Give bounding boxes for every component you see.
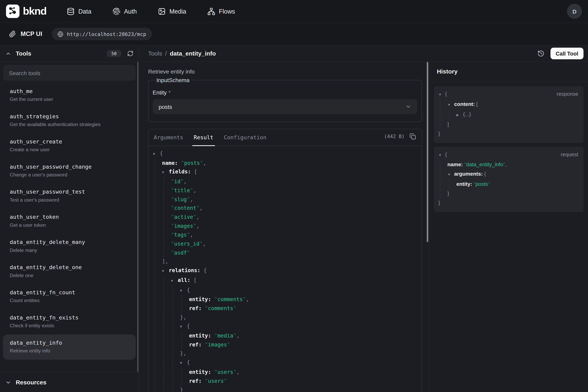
expand-icon[interactable]: ▶ — [456, 110, 463, 120]
mcp-ui-title: MCP UI — [20, 30, 42, 38]
call-tool-button[interactable]: Call Tool — [551, 48, 584, 59]
result-json-view: ▼{name: "posts",▼fields: ["id","title","… — [149, 146, 421, 392]
tab-arguments[interactable]: Arguments — [154, 129, 183, 146]
chevron-down-icon — [405, 104, 411, 110]
json-line: entity: "comments", — [149, 295, 421, 304]
tool-list: auth_meGet the current userauth_strategi… — [0, 62, 139, 372]
collapse-icon[interactable]: ▼ — [180, 359, 187, 368]
collapse-icon[interactable]: ▼ — [447, 100, 454, 110]
json-line: "content", — [149, 204, 421, 213]
history-header: History — [429, 62, 588, 82]
history-toggle-button[interactable] — [537, 50, 545, 57]
required-mark: * — [169, 89, 171, 96]
nav-item-media[interactable]: Media — [158, 8, 186, 15]
collapse-icon[interactable]: ▼ — [153, 150, 160, 159]
json-line: ▼fields: [ — [149, 168, 421, 177]
history-entry-response[interactable]: ▼{response▼content: [▶{...}]} — [434, 86, 584, 143]
json-line: ref: "comments" — [149, 304, 421, 313]
collapse-icon[interactable]: ▼ — [180, 286, 187, 295]
resources-section-header[interactable]: Resources — [0, 372, 139, 392]
result-size: (442 B) — [384, 134, 404, 139]
refresh-tools-button[interactable] — [127, 50, 134, 57]
json-line: "tags", — [149, 230, 421, 240]
json-line: ], — [149, 257, 421, 266]
tool-list-item[interactable]: data_entity_infoRetrieve entity info — [3, 334, 136, 360]
json-line: entity: "posts" — [434, 180, 584, 189]
history-entry-request[interactable]: ▼{requestname: "data_entity_info",▼argum… — [434, 147, 584, 212]
tool-list-item[interactable]: data_entity_fn_existsCheck if entity exi… — [3, 309, 136, 334]
nav-item-data[interactable]: Data — [67, 8, 91, 15]
json-line: ▼arguments: { — [434, 169, 584, 180]
json-line: name: "posts", — [149, 159, 421, 168]
collapse-icon[interactable]: ▼ — [171, 276, 178, 286]
tool-list-item[interactable]: data_entity_fn_countCount entities — [3, 284, 136, 309]
chevron-down-icon — [5, 380, 11, 386]
nav-item-label: Media — [170, 8, 186, 15]
json-line: ▼all: [ — [149, 276, 421, 286]
tool-description: Change a user's password — [10, 172, 129, 178]
nav-item-label: Data — [78, 8, 91, 15]
tool-description: Delete one — [10, 272, 129, 279]
database-icon — [67, 8, 74, 15]
nav-item-flows[interactable]: Flows — [207, 8, 235, 15]
breadcrumb-section[interactable]: Tools — [148, 50, 162, 57]
tool-description: Retrieve entity info — [148, 68, 422, 75]
collapse-icon[interactable]: ▼ — [180, 323, 187, 332]
tab-result[interactable]: Result — [194, 129, 213, 146]
tool-list-item[interactable]: auth_meGet the current user — [3, 83, 136, 108]
json-line: } — [434, 198, 584, 208]
refresh-icon — [127, 50, 134, 57]
tool-list-item[interactable]: auth_user_password_changeChange a user's… — [3, 158, 136, 184]
tab-configuration[interactable]: Configuration — [224, 129, 266, 146]
collapse-icon[interactable]: ▼ — [438, 90, 445, 100]
tool-name: auth_user_token — [10, 213, 129, 221]
json-line: ▼{ — [149, 149, 421, 159]
tool-list-item[interactable]: auth_user_createCreate a new user — [3, 133, 136, 158]
mcp-url: http://localhost:28623/mcp — [67, 31, 146, 37]
entity-select[interactable]: posts — [153, 99, 417, 114]
avatar-initial: D — [573, 8, 577, 14]
tool-list-item[interactable]: data_entity_delete_manyDelete many — [3, 234, 136, 259]
tool-name: auth_me — [10, 88, 129, 95]
brand-wordmark: bknd — [23, 5, 46, 17]
tool-list-item[interactable]: auth_user_tokenGet a user token — [3, 209, 136, 234]
sidebar-scrollbar[interactable] — [137, 62, 139, 372]
tools-section-header[interactable]: Tools 50 — [0, 45, 139, 62]
collapse-icon[interactable]: ▼ — [438, 150, 445, 160]
copy-icon[interactable] — [409, 133, 416, 140]
workflow-icon — [207, 8, 215, 15]
entry-type-label: request — [561, 150, 578, 159]
json-line: ▼{ — [149, 286, 421, 295]
collapse-icon[interactable]: ▼ — [162, 168, 169, 177]
json-line: ▼relations: { — [149, 266, 421, 276]
user-avatar[interactable]: D — [567, 4, 582, 19]
brand[interactable]: bknd — [6, 4, 46, 18]
nav-item-auth[interactable]: Auth — [112, 8, 137, 15]
breadcrumb-current-tool: data_entity_info — [170, 50, 216, 57]
tool-detail-panel: Retrieve entity info InputSchema Entity*… — [139, 62, 429, 392]
collapse-icon[interactable]: ▼ — [162, 267, 169, 276]
tool-description: Delete many — [10, 247, 129, 254]
mcp-url-pill[interactable]: http://localhost:28623/mcp — [52, 28, 152, 40]
main-nav: Data Auth Media Flows — [67, 8, 235, 15]
tool-name: auth_user_password_change — [10, 163, 129, 170]
top-navigation: bknd Data Auth Media Flows D — [0, 0, 588, 22]
input-schema-fieldset: InputSchema Entity* posts — [148, 77, 422, 122]
resources-section-title: Resources — [16, 379, 46, 386]
tool-list-item[interactable]: data_entity_delete_oneDelete one — [3, 259, 136, 284]
json-line: ▼{ — [149, 358, 421, 368]
tool-header-bar: Tools / data_entity_info Call Tool — [139, 45, 588, 62]
tool-name: auth_user_create — [10, 138, 129, 146]
breadcrumb: Tools / data_entity_info — [148, 50, 216, 57]
json-line: "slug", — [149, 195, 421, 204]
tool-list-item[interactable]: auth_strategiesGet the available authent… — [3, 108, 136, 133]
main-scrollbar[interactable] — [427, 62, 428, 242]
collapse-icon[interactable]: ▼ — [447, 170, 454, 180]
tool-name: data_entity_fn_count — [10, 289, 129, 296]
tool-list-item[interactable]: auth_user_password_testTest a user's pas… — [3, 184, 136, 209]
tool-description: Get the available authentication strateg… — [10, 121, 129, 128]
history-panel: History ▼{response▼content: [▶{...}]}▼{r… — [429, 62, 588, 392]
json-line: "users_id", — [149, 240, 421, 248]
json-line: "id", — [149, 177, 421, 186]
search-input[interactable] — [3, 65, 136, 81]
